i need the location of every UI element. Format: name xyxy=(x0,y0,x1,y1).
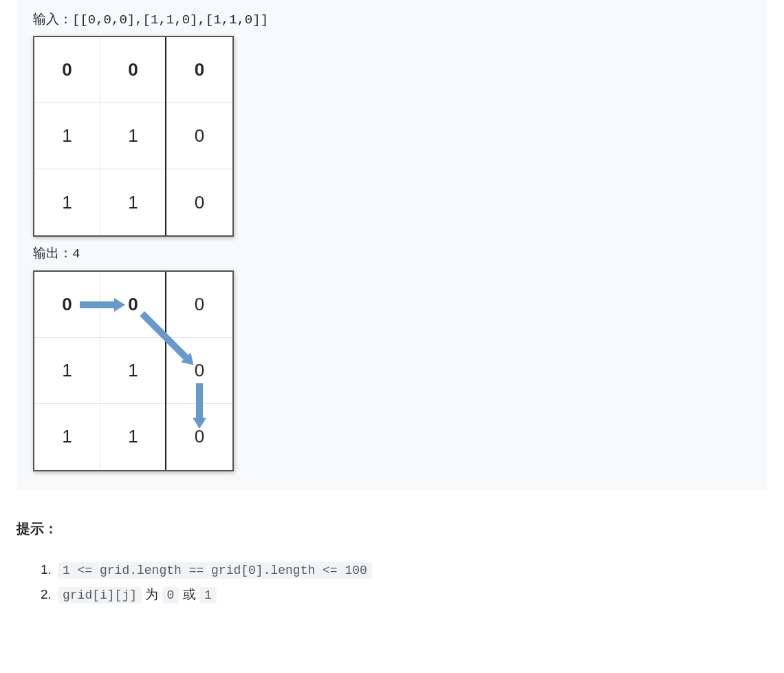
grid-cell: 1 xyxy=(34,338,100,404)
output-line: 输出：4 xyxy=(33,244,751,264)
input-line: 输入：[[0,0,0],[1,1,0],[1,1,0]] xyxy=(33,10,751,30)
grid-cell: 0 xyxy=(166,272,232,338)
grid-cell: 1 xyxy=(100,169,166,235)
grid-cell: 0 xyxy=(34,37,100,103)
output-value: 4 xyxy=(72,246,80,261)
hint-item-2: grid[i][j] 为 0 或 1 xyxy=(55,582,767,607)
grid-1-wrap: 000110110 xyxy=(33,36,751,237)
hint-2-text-2: 或 xyxy=(179,587,199,601)
grid-cell: 0 xyxy=(166,169,232,235)
grid-row: 110 xyxy=(34,338,232,404)
grid-cell: 0 xyxy=(166,338,232,404)
grid-row: 000 xyxy=(34,272,232,338)
hint-2-text-1: 为 xyxy=(142,587,162,601)
grid-cell: 1 xyxy=(100,338,166,404)
grid-cell: 1 xyxy=(34,169,100,235)
output-label: 输出： xyxy=(33,246,72,261)
grid-row: 110 xyxy=(34,103,232,169)
grid-2: 000110110 xyxy=(33,270,234,471)
input-label: 输入： xyxy=(33,12,72,28)
hint-2-code-1: grid[i][j] xyxy=(58,587,142,603)
example-block: 输入：[[0,0,0],[1,1,0],[1,1,0]] 000110110 输… xyxy=(17,0,767,491)
hint-2-code-2: 0 xyxy=(162,587,179,603)
grid-cell: 0 xyxy=(100,37,166,103)
hints-section: 提示： 1 <= grid.length == grid[0].length <… xyxy=(17,520,767,607)
hints-title: 提示： xyxy=(17,520,767,538)
grid-cell: 1 xyxy=(100,103,166,169)
grid-cell: 0 xyxy=(166,37,232,103)
grid-cell: 0 xyxy=(166,103,232,169)
grid-row: 000 xyxy=(34,37,232,103)
hints-list: 1 <= grid.length == grid[0].length <= 10… xyxy=(36,557,767,607)
grid-cell: 1 xyxy=(100,404,166,470)
grid-cell: 0 xyxy=(166,404,232,470)
grid-1: 000110110 xyxy=(33,36,234,237)
hint-1-code: 1 <= grid.length == grid[0].length <= 10… xyxy=(58,562,372,579)
grid-cell: 0 xyxy=(100,272,166,338)
hint-2-code-3: 1 xyxy=(199,587,217,603)
grid-cell: 1 xyxy=(34,404,100,470)
hint-item-1: 1 <= grid.length == grid[0].length <= 10… xyxy=(55,557,767,582)
grid-cell: 0 xyxy=(34,272,100,338)
grid-row: 110 xyxy=(34,169,232,235)
grid-2-wrap: 000110110 xyxy=(33,270,751,471)
input-value: [[0,0,0],[1,1,0],[1,1,0]] xyxy=(72,12,268,28)
grid-row: 110 xyxy=(34,404,232,470)
grid-cell: 1 xyxy=(34,103,100,169)
